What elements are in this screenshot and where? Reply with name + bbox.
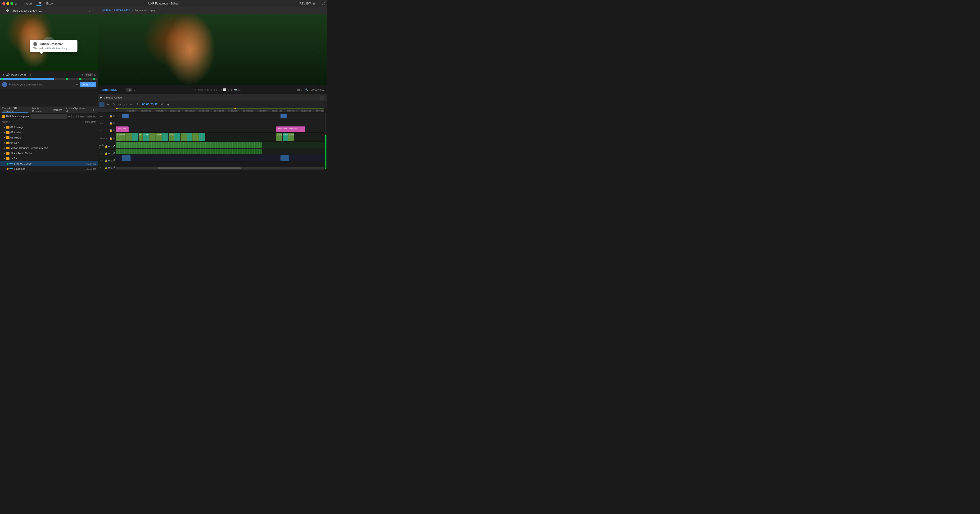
clip-v1-16[interactable]: SHGN7_S <box>283 133 288 141</box>
fit-arrow[interactable]: ⌄ <box>134 89 135 91</box>
m-button-a3[interactable]: M <box>108 160 110 162</box>
list-item[interactable]: ▶ 01 Footage <box>0 125 98 130</box>
marker-tool[interactable]: ◆ <box>165 102 171 107</box>
s-button-a4[interactable]: S <box>110 167 112 169</box>
clip-v1-1[interactable]: SHGN7_500 <box>116 133 126 141</box>
timeline-scrollbar[interactable] <box>116 167 324 170</box>
pen-tool[interactable]: ✏ <box>129 102 134 107</box>
tab-project[interactable]: Project: UXR Featurette <box>2 107 29 113</box>
s-button-a1[interactable]: S <box>110 145 112 148</box>
lock-icon-a4[interactable]: 🔒 <box>105 167 108 169</box>
lock-icon-a2[interactable]: 🔒 <box>105 152 108 155</box>
settings-icon[interactable]: ⚙ <box>81 73 84 76</box>
window-mode-icon[interactable]: ⊞ <box>313 2 315 5</box>
list-item[interactable]: ▶ zz Seq <box>0 156 98 161</box>
nav-export[interactable]: Export <box>46 2 54 5</box>
zoom-wrench-icon[interactable]: 🔧 <box>305 88 309 91</box>
program-tab[interactable]: Program: 1 Hilltop Coffee <box>101 8 130 12</box>
list-item-selected[interactable]: 1 Hilltop Coffee 59.94 fps <box>0 161 98 166</box>
audio-clip-a2[interactable] <box>116 149 262 154</box>
progress-bar[interactable] <box>0 78 98 80</box>
extract-icon[interactable]: ⤵ <box>231 88 232 91</box>
step-back-frame-icon[interactable]: ◁ <box>204 88 206 91</box>
mic-icon-a4[interactable]: 🎤 <box>112 167 115 169</box>
lock-icon-v1[interactable]: 🔒 <box>110 137 112 140</box>
tab-markers[interactable]: Markers <box>52 108 62 111</box>
s-button-a3[interactable]: S <box>110 160 112 162</box>
play-icon-sm[interactable]: ▷ <box>2 73 5 76</box>
info-icon[interactable]: ℹ <box>89 9 89 12</box>
lift-icon[interactable]: ⤴ <box>228 88 229 91</box>
select-tool[interactable]: ↖ <box>99 102 105 107</box>
source-tab[interactable]: Source: (no clips) <box>135 9 155 12</box>
expand-icon[interactable]: ⇕ <box>29 73 31 76</box>
lock-icon-v2[interactable]: 🔒 <box>110 129 112 132</box>
step-back-icon[interactable]: ◁| <box>194 88 197 91</box>
razor-tool[interactable]: ⊕ <box>105 102 110 107</box>
maximize-button[interactable] <box>10 2 13 5</box>
snap-toggle[interactable]: ⊛ <box>160 102 165 107</box>
lock-icon-a3[interactable]: 🔒 <box>105 159 108 162</box>
minimize-button[interactable] <box>6 2 9 5</box>
comment-icon[interactable]: 💬 <box>6 9 9 12</box>
clip-v1-2[interactable] <box>126 133 132 141</box>
clip-v1-15[interactable]: SHGN7_S <box>276 133 282 141</box>
version-arrow[interactable]: ⌄ <box>43 10 45 12</box>
scrollbar-thumb[interactable] <box>158 167 241 169</box>
list-item[interactable]: ▶ 02 Audio <box>0 130 98 135</box>
back-icon[interactable]: ← <box>2 9 5 12</box>
list-item[interactable]: ▶ 04 GFX <box>0 140 98 145</box>
mic-icon-a2[interactable]: 🎤 <box>112 152 115 155</box>
slip-tool[interactable]: ⇦ <box>123 102 128 107</box>
list-item[interactable]: ▶ Motion Graphics Template Media <box>0 145 98 151</box>
export-frame-icon[interactable]: 📷 <box>234 88 237 91</box>
fit-icon[interactable]: ⊞ <box>94 73 96 76</box>
new-folder-icon[interactable]: + <box>68 114 70 118</box>
nav-edit[interactable]: Edit <box>37 2 41 6</box>
clip-v2-hilltop[interactable]: Hilltop_100 <box>116 127 129 132</box>
emoji-icon[interactable]: ☺ <box>72 83 75 86</box>
resolution-button[interactable]: 540p <box>85 73 92 76</box>
m-button-a1[interactable]: M <box>108 145 110 148</box>
project-search[interactable] <box>30 114 67 119</box>
send-icon[interactable]: ▷ <box>92 82 94 86</box>
list-item[interactable]: ▶ Stock Audio Media <box>0 151 98 156</box>
clip-v1-8[interactable] <box>162 133 169 141</box>
panel-tabs-more[interactable]: >> <box>93 108 96 111</box>
home-icon[interactable]: ⌂ <box>15 2 17 5</box>
add-track-button[interactable]: + <box>320 96 324 100</box>
more-icon[interactable]: ••• <box>91 9 94 12</box>
m-button-a4[interactable]: M <box>108 167 110 169</box>
lock-icon-v4[interactable]: 🔒 <box>110 115 112 117</box>
go-back-icon[interactable]: |◁◁ <box>198 88 202 91</box>
clip-v4-1[interactable] <box>122 114 128 118</box>
submit-comment-button[interactable]: 00:25 ✓ ▷ <box>80 82 96 87</box>
play-pause-icon[interactable]: ▷ <box>207 88 209 91</box>
close-button[interactable] <box>2 2 5 5</box>
clip-v1-17[interactable]: SHGN7_S <box>288 133 294 141</box>
clip-v1-9[interactable]: SHGN <box>169 133 174 141</box>
m-button-a2[interactable]: M <box>108 152 110 155</box>
list-item[interactable]: Squiggles 30.00 fps <box>0 166 98 171</box>
clip-v1-12[interactable] <box>187 133 192 141</box>
audio-clip-a3-2[interactable] <box>280 155 289 161</box>
fullscreen-icon[interactable]: ⛶ <box>322 2 325 5</box>
step-fwd-icon[interactable]: ▷▷| <box>214 88 218 91</box>
draw-icon[interactable]: ✏ <box>76 83 78 86</box>
clip-v1-4[interactable]: SHG <box>138 133 143 141</box>
fit-button[interactable]: Fit <box>126 88 132 92</box>
s-button-a2[interactable]: S <box>110 152 112 155</box>
step-fwd-frame-icon[interactable]: ▷ <box>211 88 213 91</box>
audio-clip-a1[interactable] <box>116 142 262 148</box>
sort-icon[interactable]: ↑ <box>9 121 10 123</box>
clip-v1-14[interactable] <box>199 133 205 141</box>
track-select-tool[interactable]: ↷ <box>111 102 116 107</box>
clip-v1-11[interactable] <box>180 133 187 141</box>
clip-v1-10[interactable] <box>174 133 180 141</box>
mic-icon-a1[interactable]: 🎤 <box>112 145 115 148</box>
review-label[interactable]: REVIEW <box>300 2 311 5</box>
clip-v4-2[interactable] <box>280 114 286 118</box>
comment-input[interactable] <box>12 83 71 86</box>
mark-in-icon[interactable]: ⊸ <box>191 88 192 91</box>
insert-icon[interactable]: ⇥ <box>220 88 222 91</box>
